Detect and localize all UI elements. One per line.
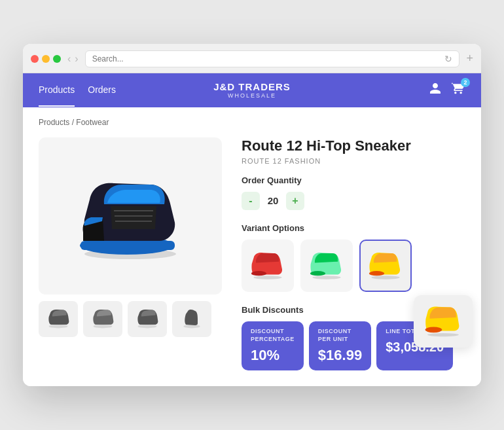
quantity-minus-button[interactable]: -: [242, 192, 260, 210]
browser-window: ‹ › ↻ + Products Orders J&D TRADERS WHOL…: [23, 44, 481, 386]
discount-unit-card: DISCOUNT PER UNIT $16.99: [309, 321, 371, 370]
discount-percentage-card: DISCOUNT PERCENTAGE 10%: [242, 321, 304, 370]
thumbnail-1[interactable]: [39, 301, 78, 337]
nav-bar: Products Orders J&D TRADERS WHOLESALE 2: [23, 73, 481, 107]
svg-point-9: [183, 325, 200, 328]
product-title: Route 12 Hi-Top Sneaker: [242, 137, 465, 154]
forward-icon[interactable]: ›: [75, 53, 78, 65]
discount-percentage-label: DISCOUNT PERCENTAGE: [251, 328, 295, 343]
browser-search-bar[interactable]: ↻: [85, 50, 460, 67]
user-icon[interactable]: [429, 82, 442, 98]
nav-brand: J&D TRADERS WHOLESALE: [213, 81, 291, 99]
brand-sub: WHOLESALE: [213, 92, 291, 99]
floating-variant-card: [414, 295, 473, 348]
svg-point-17: [425, 327, 442, 332]
refresh-icon[interactable]: ↻: [444, 54, 452, 64]
nav-orders[interactable]: Orders: [88, 74, 116, 107]
new-tab-icon[interactable]: +: [466, 52, 473, 65]
thumbnail-3[interactable]: [128, 301, 167, 337]
nav-icons: 2: [429, 82, 465, 98]
thumbnail-row: [39, 301, 222, 337]
svg-point-15: [369, 271, 384, 276]
svg-rect-2: [81, 241, 175, 250]
browser-dots: [31, 55, 61, 63]
line-total-card: LINE TOTAL $3,058.20: [376, 321, 453, 370]
product-brand: ROUTE 12 FASHION: [242, 157, 465, 165]
discount-percentage-value: 10%: [251, 347, 295, 364]
maximize-dot[interactable]: [53, 55, 61, 63]
variant-options: [242, 240, 465, 292]
discount-cards: DISCOUNT PERCENTAGE 10% DISCOUNT PER UNI…: [242, 321, 465, 370]
discount-unit-label: DISCOUNT PER UNIT: [318, 328, 362, 343]
brand-name: J&D TRADERS: [213, 81, 291, 92]
close-dot[interactable]: [31, 55, 39, 63]
nav-links: Products Orders: [39, 74, 116, 107]
svg-point-7: [94, 325, 113, 328]
variant-label: Variant Options: [242, 223, 465, 233]
product-area: Route 12 Hi-Top Sneaker ROUTE 12 FASHION…: [39, 137, 465, 370]
cart-badge: 2: [461, 78, 470, 87]
svg-point-14: [371, 276, 399, 279]
quantity-plus-button[interactable]: +: [286, 192, 304, 210]
quantity-label: Order Quantity: [242, 175, 465, 185]
svg-point-10: [253, 276, 281, 279]
variant-green[interactable]: [300, 240, 353, 292]
svg-point-8: [138, 325, 157, 328]
breadcrumb: Products / Footwear: [39, 118, 465, 127]
browser-nav: ‹ ›: [67, 53, 79, 65]
product-details: Route 12 Hi-Top Sneaker ROUTE 12 FASHION…: [242, 137, 465, 370]
variant-yellow[interactable]: [359, 240, 412, 292]
svg-point-13: [310, 271, 325, 276]
svg-point-6: [49, 325, 68, 328]
discount-unit-value: $16.99: [318, 347, 362, 364]
browser-chrome: ‹ › ↻ +: [23, 44, 481, 73]
back-icon[interactable]: ‹: [67, 53, 71, 65]
main-product-image: [39, 137, 222, 295]
variant-red[interactable]: [242, 240, 294, 292]
cart-icon[interactable]: 2: [451, 82, 465, 98]
svg-point-12: [312, 276, 340, 279]
nav-products[interactable]: Products: [39, 74, 75, 107]
product-images: [39, 137, 222, 370]
svg-point-16: [427, 333, 459, 336]
search-input[interactable]: [92, 54, 441, 63]
quantity-control: - 20 +: [242, 192, 304, 210]
main-content: Products / Footwear: [23, 107, 481, 386]
thumbnail-2[interactable]: [83, 301, 122, 337]
minimize-dot[interactable]: [42, 55, 50, 63]
svg-point-11: [251, 271, 266, 276]
thumbnail-4[interactable]: [172, 301, 211, 337]
quantity-value: 20: [260, 195, 286, 206]
